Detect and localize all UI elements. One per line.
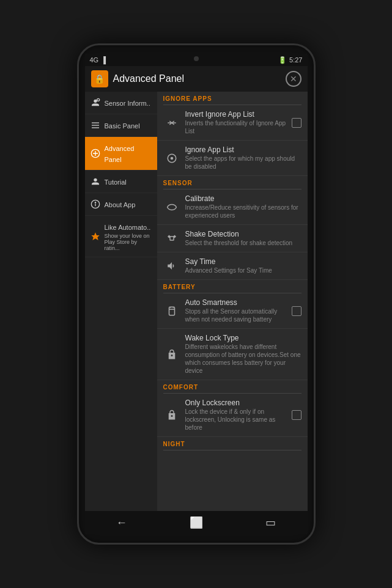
nav-bar: ← ⬜ ▭ (85, 511, 308, 534)
list-item-wake-lock-type[interactable]: Wake Lock TypeDifferent wakelocks have d… (157, 329, 308, 380)
section-header-ignore-apps: IGNORE APPS (157, 92, 308, 105)
sidebar-item-like-automato[interactable]: Like Automato..Show your love on Play St… (85, 216, 157, 257)
svg-point-0 (94, 100, 97, 103)
time-display: 5:27 (289, 56, 302, 64)
wake-lock-type-title: Wake Lock Type (185, 334, 301, 342)
invert-ignore-icon (163, 114, 180, 131)
section-header-night: NIGHT (157, 437, 308, 450)
wake-lock-type-desc: Different wakelocks have different consu… (185, 343, 301, 375)
list-item-ignore-app-list[interactable]: Ignore App ListSelect the apps for which… (157, 141, 308, 176)
auto-smartness-icon (163, 303, 180, 320)
back-button[interactable]: ← (116, 516, 127, 529)
section-header-sensor: SENSOR (157, 176, 308, 189)
svg-rect-2 (92, 122, 99, 123)
battery-icon: 🔋 (278, 56, 287, 64)
main-content: IGNORE APPSInvert Ignore App ListInverts… (157, 92, 308, 511)
about-app-icon (90, 199, 101, 210)
tutorial-icon (90, 176, 101, 187)
svg-rect-17 (169, 307, 174, 315)
sidebar-item-basic-panel[interactable]: Basic Panel (85, 114, 157, 137)
list-item-say-time[interactable]: Say TimeAdvanced Settings for Say Time (157, 252, 308, 280)
svg-marker-12 (91, 232, 99, 240)
advanced-panel-label: Advanced Panel (105, 145, 135, 163)
sidebar-item-advanced-panel[interactable]: Advanced Panel (85, 137, 157, 171)
device-frame: 4G ▐ 🔋 5:27 🔒 Advanced Panel ✕ Sensor In… (77, 43, 316, 545)
about-app-label: About App (105, 201, 136, 208)
svg-point-15 (170, 156, 173, 160)
auto-smartness-checkbox[interactable] (292, 306, 301, 316)
svg-rect-16 (170, 237, 174, 240)
ignore-app-list-desc: Select the apps for which my app should … (185, 155, 301, 171)
list-item-calibrate[interactable]: CalibrateIncrease/Reduce sensitivity of … (157, 189, 308, 225)
shake-detection-icon (163, 230, 180, 247)
header-lock-icon: 🔒 (91, 70, 108, 87)
basic-panel-label: Basic Panel (105, 122, 140, 130)
list-item-auto-smartness[interactable]: Auto SmartnessStops all the Sensor autom… (157, 293, 308, 329)
like-automato-label: Like Automato.. (105, 224, 151, 231)
screen: 4G ▐ 🔋 5:27 🔒 Advanced Panel ✕ Sensor In… (85, 54, 308, 534)
ignore-app-list-icon (163, 150, 180, 167)
section-header-battery: BATTERY (157, 280, 308, 293)
sidebar-item-tutorial[interactable]: Tutorial (85, 171, 157, 193)
signal-indicator: 4G (90, 56, 99, 64)
like-automato-icon (90, 231, 101, 242)
only-lockscreen-checkbox[interactable] (292, 410, 301, 420)
sensor-inform-label: Sensor Inform.. (105, 100, 150, 107)
like-automato-sublabel: Show your love on Play Store by ratin... (105, 233, 152, 251)
only-lockscreen-title: Only Lockscreen (185, 399, 292, 407)
say-time-title: Say Time (185, 257, 301, 266)
sensor-inform-icon (90, 97, 101, 108)
svg-rect-3 (92, 125, 99, 125)
signal-bars: ▐ (101, 56, 106, 64)
list-item-only-lockscreen[interactable]: Only LockscreenLock the device if & only… (157, 394, 308, 437)
content-area: Sensor Inform..Basic PanelAdvanced Panel… (85, 92, 308, 511)
basic-panel-icon (90, 120, 101, 131)
invert-ignore-desc: Inverts the functionality of Ignore App … (185, 119, 292, 135)
list-item-shake-detection[interactable]: Shake DetectionSelect the threshold for … (157, 225, 308, 252)
svg-point-11 (95, 202, 95, 203)
invert-ignore-checkbox[interactable] (292, 118, 301, 128)
auto-smartness-desc: Stops all the Sensor automatically when … (185, 307, 292, 323)
home-button[interactable]: ⬜ (190, 516, 203, 529)
section-divider-night (163, 450, 301, 450)
tutorial-label: Tutorial (105, 178, 127, 186)
auto-smartness-title: Auto Smartness (185, 298, 292, 307)
status-bar: 4G ▐ 🔋 5:27 (85, 54, 308, 66)
ignore-app-list-title: Ignore App List (185, 145, 301, 154)
calibrate-desc: Increase/Reduce sensitivity of sensors f… (185, 204, 301, 219)
list-item-invert-ignore[interactable]: Invert Ignore App ListInverts the functi… (157, 105, 308, 141)
sidebar: Sensor Inform..Basic PanelAdvanced Panel… (85, 92, 157, 511)
app-header: 🔒 Advanced Panel ✕ (85, 66, 308, 92)
svg-point-1 (97, 98, 99, 101)
calibrate-title: Calibrate (185, 194, 301, 203)
advanced-panel-icon (90, 148, 101, 159)
status-left: 4G ▐ (90, 56, 106, 64)
recent-button[interactable]: ▭ (265, 516, 276, 529)
wake-lock-type-icon (163, 346, 180, 363)
svg-point-8 (94, 178, 97, 182)
svg-rect-4 (92, 127, 99, 128)
shake-detection-title: Shake Detection (185, 230, 301, 238)
invert-ignore-title: Invert Ignore App List (185, 110, 292, 119)
header-title: Advanced Panel (113, 73, 286, 84)
only-lockscreen-desc: Lock the device if & only if on lockscre… (185, 408, 292, 432)
sidebar-item-about-app[interactable]: About App (85, 193, 157, 216)
section-header-comfort: COMFORT (157, 380, 308, 393)
calibrate-icon (163, 199, 180, 216)
sidebar-item-sensor-inform[interactable]: Sensor Inform.. (85, 92, 157, 114)
close-button[interactable]: ✕ (286, 71, 301, 87)
say-time-icon (163, 257, 180, 274)
shake-detection-desc: Select the threshold for shake detection (185, 239, 301, 247)
only-lockscreen-icon (163, 406, 180, 424)
status-right: 🔋 5:27 (278, 56, 302, 64)
say-time-desc: Advanced Settings for Say Time (185, 266, 301, 274)
